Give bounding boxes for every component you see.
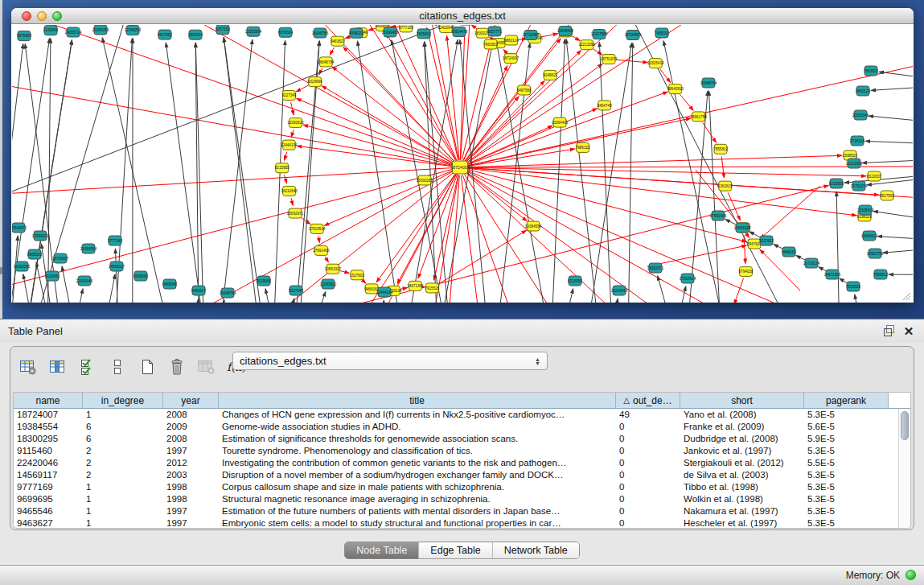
network-edge[interactable] xyxy=(466,25,913,163)
network-node[interactable]: 4998222 xyxy=(349,28,363,38)
table-cell-pagerank[interactable]: 5.5E-5 xyxy=(804,457,889,469)
network-edge[interactable] xyxy=(467,168,856,216)
network-edge[interactable] xyxy=(796,256,805,261)
table-cell-name[interactable]: 18300295 xyxy=(14,433,83,445)
network-edge[interactable] xyxy=(869,116,913,123)
network-node[interactable]: 12093822 xyxy=(320,279,337,289)
network-edge[interactable] xyxy=(871,86,913,91)
network-node[interactable]: 17016514 xyxy=(680,274,696,283)
table-cell-in_degree[interactable]: 6 xyxy=(83,421,163,433)
network-node[interactable]: 16210643 xyxy=(281,186,298,196)
network-node[interactable]: 9465546 xyxy=(162,279,177,289)
column-header-short[interactable]: short xyxy=(680,393,804,408)
network-node[interactable]: 9527505 xyxy=(880,191,894,200)
network-node[interactable]: 16961758 xyxy=(867,249,884,258)
network-edge[interactable] xyxy=(468,168,913,208)
table-cell-name[interactable]: 18724007 xyxy=(14,409,83,421)
network-edge[interactable] xyxy=(12,168,452,203)
network-node[interactable]: 12217989 xyxy=(591,30,608,39)
table-cell-short[interactable]: de Silva et al. (2003) xyxy=(680,469,804,481)
network-edge[interactable] xyxy=(836,192,839,303)
network-node[interactable]: 12444134 xyxy=(281,140,298,150)
network-node[interactable]: 9777169 xyxy=(399,25,413,32)
network-node[interactable]: 7663822 xyxy=(483,39,498,49)
table-cell-pagerank[interactable]: 5.3E-5 xyxy=(804,505,889,517)
table-cell-year[interactable]: 1997 xyxy=(163,517,219,529)
network-node[interactable]: 15716485 xyxy=(523,31,540,40)
close-panel-icon[interactable]: ✕ xyxy=(901,324,916,339)
network-node[interactable]: 16046786 xyxy=(312,28,329,38)
network-node[interactable]: 9777169 xyxy=(108,236,122,245)
network-edge[interactable] xyxy=(381,300,384,303)
table-cell-year[interactable]: 1997 xyxy=(163,445,219,457)
float-panel-icon[interactable] xyxy=(882,324,897,339)
network-node[interactable]: 6497568 xyxy=(517,85,532,95)
table-cell-out_degree[interactable]: 0 xyxy=(616,481,680,493)
table-cell-out_degree[interactable]: 0 xyxy=(616,505,680,517)
column-header-pagerank[interactable]: pagerank xyxy=(804,393,889,408)
network-node[interactable]: 9463627 xyxy=(331,36,345,46)
network-node[interactable]: 9329966 xyxy=(257,276,271,286)
network-node[interactable]: 8427552 xyxy=(158,30,172,39)
table-cell-pagerank[interactable]: 5.3E-5 xyxy=(804,469,889,481)
table-cell-out_degree[interactable]: 0 xyxy=(616,445,680,457)
network-node[interactable]: 8322037 xyxy=(867,171,881,181)
table-cell-in_degree[interactable]: 1 xyxy=(83,409,163,421)
network-edge[interactable] xyxy=(471,25,477,29)
network-edge[interactable] xyxy=(709,91,722,303)
network-node[interactable]: 27691406 xyxy=(710,211,727,220)
table-scrollbar[interactable] xyxy=(898,409,910,528)
network-node[interactable]: 1527602 xyxy=(350,270,364,280)
network-edge[interactable] xyxy=(728,192,740,220)
network-node[interactable]: 2242848 xyxy=(43,26,58,35)
network-edge[interactable] xyxy=(303,125,453,165)
table-cell-short[interactable]: Yano et al. (2008) xyxy=(680,409,804,421)
network-node[interactable]: 10653327 xyxy=(325,264,342,274)
network-edge[interactable] xyxy=(566,39,601,303)
network-node[interactable]: 18640910 xyxy=(861,231,878,241)
table-cell-title[interactable]: Investigating the contribution of common… xyxy=(219,457,616,469)
network-edge[interactable] xyxy=(318,236,320,242)
network-node[interactable]: 7986322 xyxy=(576,142,590,152)
network-edge[interactable] xyxy=(672,286,686,303)
resize-grip-icon[interactable] xyxy=(901,290,911,301)
network-edge[interactable] xyxy=(265,289,277,303)
network-node[interactable]: 12213399 xyxy=(578,40,595,50)
table-cell-title[interactable]: Genome-wide association studies in ADHD. xyxy=(219,421,616,433)
table-cell-name[interactable]: 22420046 xyxy=(14,457,83,469)
table-cell-in_degree[interactable]: 1 xyxy=(83,493,163,505)
network-edge[interactable] xyxy=(658,276,671,303)
network-edge[interactable] xyxy=(584,43,632,303)
network-node[interactable]: 2803144 xyxy=(188,30,203,39)
network-node[interactable]: 14671365 xyxy=(407,281,424,290)
network-node[interactable]: 8678334 xyxy=(278,27,293,37)
table-cell-title[interactable]: Tourette syndrome. Phenomenology and cla… xyxy=(219,445,616,457)
network-node[interactable]: 12444134 xyxy=(376,287,393,297)
panel-collapse-strip[interactable] xyxy=(0,0,2,319)
table-cell-short[interactable]: Wolkin et al. (1998) xyxy=(680,493,804,505)
network-node[interactable]: 12213399 xyxy=(846,159,863,168)
network-node[interactable]: 6794028 xyxy=(739,266,754,276)
table-cell-year[interactable]: 2008 xyxy=(163,433,219,445)
network-node[interactable]: 8965020 xyxy=(27,249,42,259)
table-scrollbar-thumb[interactable] xyxy=(901,411,909,440)
network-node[interactable]: 20053346 xyxy=(852,110,869,120)
table-cell-year[interactable]: 2003 xyxy=(163,469,219,481)
network-node[interactable]: 18724007 xyxy=(503,54,519,64)
network-node[interactable]: 12353594 xyxy=(245,27,262,36)
table-cell-pagerank[interactable]: 5.3E-5 xyxy=(804,517,889,529)
network-edge[interactable] xyxy=(572,36,580,41)
network-node[interactable]: 18724007 xyxy=(450,161,469,174)
network-node[interactable]: 8215955 xyxy=(568,276,582,286)
network-window-titlebar[interactable]: citations_edges.txt xyxy=(11,8,914,24)
network-node[interactable]: 9463627 xyxy=(191,286,206,295)
network-node[interactable]: 12548293 xyxy=(125,26,142,35)
table-row[interactable]: 977716911998Corpus callosum shape and si… xyxy=(14,481,898,493)
network-edge[interactable] xyxy=(166,43,206,303)
table-row[interactable]: 1872400712008Changes of HCN gene express… xyxy=(14,409,898,421)
network-edge[interactable] xyxy=(343,47,455,162)
table-cell-short[interactable]: Jankovic et al. (1997) xyxy=(680,445,804,457)
network-edge[interactable] xyxy=(467,92,668,165)
network-node[interactable]: 9860124 xyxy=(504,35,519,45)
table-cell-title[interactable]: Structural magnetic resonance image aver… xyxy=(219,493,616,505)
